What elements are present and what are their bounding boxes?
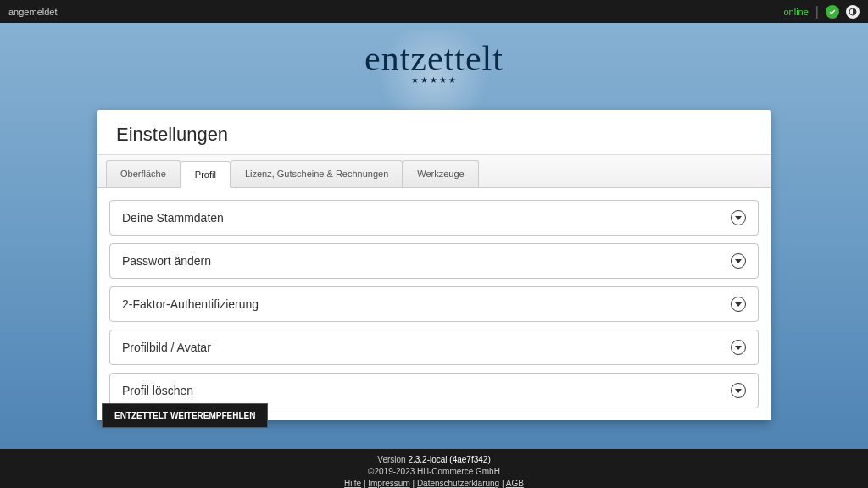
topbar: angemeldet online | bbox=[0, 0, 868, 23]
chevron-down-icon bbox=[731, 253, 746, 269]
version-line: Version 2.3.2-local (4ae7f342) bbox=[0, 454, 868, 466]
chevron-down-icon bbox=[731, 383, 746, 398]
footer-hilfe[interactable]: Hilfe bbox=[344, 479, 361, 488]
settings-panel: Einstellungen Oberfläche Profil Lizenz, … bbox=[97, 110, 771, 420]
tab-surface[interactable]: Oberfläche bbox=[106, 160, 181, 187]
version-value: 2.3.2-local (4ae7f342) bbox=[408, 455, 490, 464]
accordion-label: Passwort ändern bbox=[122, 254, 211, 268]
brand-name: entzettelt bbox=[0, 38, 868, 79]
help-toggle-icon[interactable] bbox=[846, 5, 860, 19]
tabs-bar: Oberfläche Profil Lizenz, Gutscheine & R… bbox=[97, 154, 771, 187]
login-status: angemeldet bbox=[8, 7, 58, 17]
panel-title: Einstellungen bbox=[116, 124, 752, 146]
footer: Version 2.3.2-local (4ae7f342) ©2019-202… bbox=[0, 449, 868, 488]
accordion-avatar[interactable]: Profilbild / Avatar bbox=[109, 330, 759, 365]
accordion-label: Profil löschen bbox=[122, 384, 193, 397]
accordion-label: Deine Stammdaten bbox=[122, 211, 224, 225]
separator: | bbox=[815, 4, 819, 19]
status-check-icon[interactable] bbox=[826, 5, 839, 19]
accordion-twofa[interactable]: 2-Faktor-Authentifizierung bbox=[109, 286, 759, 322]
footer-datenschutz[interactable]: Datenschutzerklärung bbox=[417, 479, 499, 488]
copyright: ©2019-2023 Hill-Commerce GmbH bbox=[0, 466, 868, 478]
accordion-password[interactable]: Passwort ändern bbox=[109, 243, 759, 279]
online-status: online bbox=[783, 7, 808, 17]
footer-links: Hilfe | Impressum | Datenschutzerklärung… bbox=[0, 478, 868, 488]
chevron-down-icon bbox=[731, 210, 746, 225]
accordion-label: Profilbild / Avatar bbox=[122, 341, 211, 354]
footer-agb[interactable]: AGB bbox=[506, 479, 524, 488]
recommend-button[interactable]: ENTZETTELT WEITEREMPFEHLEN bbox=[102, 403, 268, 428]
topbar-right: online | bbox=[783, 4, 860, 19]
chevron-down-icon bbox=[731, 340, 746, 355]
logo-area: entzettelt ★★★★★ bbox=[0, 23, 868, 85]
tab-content: Deine Stammdaten Passwort ändern 2-Fakto… bbox=[97, 187, 771, 420]
footer-impressum[interactable]: Impressum bbox=[368, 479, 409, 488]
chevron-down-icon bbox=[731, 297, 746, 312]
tab-profile[interactable]: Profil bbox=[181, 161, 231, 188]
brand-stars-icon: ★★★★★ bbox=[0, 75, 868, 85]
accordion-stammdaten[interactable]: Deine Stammdaten bbox=[109, 200, 759, 236]
accordion-label: 2-Faktor-Authentifizierung bbox=[122, 297, 259, 311]
tab-license[interactable]: Lizenz, Gutscheine & Rechnungen bbox=[231, 160, 403, 187]
tab-tools[interactable]: Werkzeuge bbox=[403, 160, 478, 187]
